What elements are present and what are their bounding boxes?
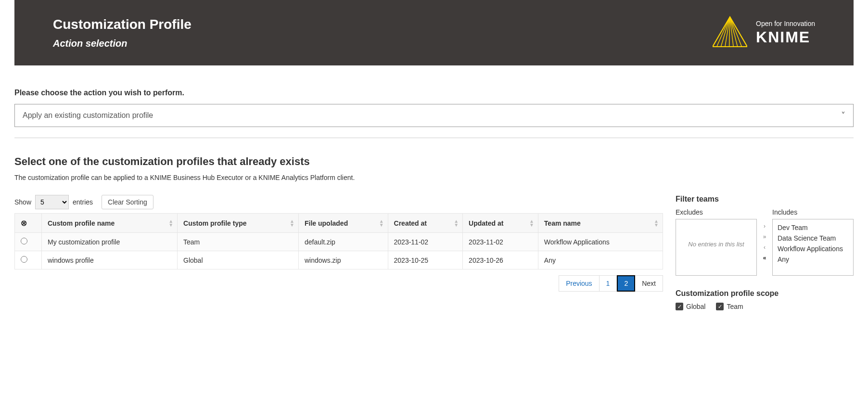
list-item[interactable]: Workflow Applications [777,243,849,254]
excludes-empty-text: No entries in this list [680,222,753,248]
action-select-value: Apply an existing customization profile [23,111,153,120]
col-profile-type[interactable]: Custom profile type▲▼ [178,214,299,233]
action-select[interactable]: Apply an existing customization profile … [14,104,854,127]
scope-global-label: Global [686,303,705,310]
col-team-name[interactable]: Team name▲▼ [538,214,663,233]
cell-updated: 2023-10-26 [463,251,538,269]
cell-created: 2023-11-02 [388,233,463,251]
list-item[interactable]: Any [777,254,849,265]
action-prompt-label: Please choose the action you wish to per… [14,89,854,97]
checkbox-checked-icon: ✓ [716,303,724,310]
excludes-list[interactable]: No entries in this list [676,219,757,276]
clear-sorting-button[interactable]: Clear Sorting [102,195,153,209]
svg-line-6 [730,17,738,47]
move-right-icon[interactable]: › [760,222,769,230]
scope-team-label: Team [727,303,743,310]
sort-icon: ▲▼ [654,219,659,227]
cell-type: Global [178,251,299,269]
col-profile-name[interactable]: Custom profile name▲▼ [42,214,178,233]
svg-line-2 [721,17,730,47]
table-row[interactable]: My customization profile Team default.zi… [15,233,663,251]
show-label: Show [14,198,31,206]
brand-text: Open for Innovation KNIME [756,20,815,46]
row-select-radio[interactable] [21,256,27,263]
brand-name: KNIME [756,28,815,46]
crosshair-icon: ⊗ [21,219,27,227]
brand-tagline: Open for Innovation [756,20,815,27]
list-item[interactable]: Data Science Team [777,233,849,243]
cell-type: Team [178,233,299,251]
cell-name: My customization profile [42,233,178,251]
cell-name: windows profile [42,251,178,269]
includes-list[interactable]: Dev Team Data Science Team Workflow Appl… [772,219,854,276]
col-created-at[interactable]: Created at▲▼ [388,214,463,233]
table-row[interactable]: windows profile Global windows.zip 2023-… [15,251,663,269]
table-controls: Show 5 entries Clear Sorting [14,195,663,209]
pager-page-1[interactable]: 1 [600,275,617,292]
filter-teams-title: Filter teams [676,195,854,204]
page-title: Customization Profile [53,17,191,32]
page-subtitle: Action selection [53,38,191,49]
brand: Open for Innovation KNIME [713,14,815,51]
pager-previous[interactable]: Previous [559,275,599,292]
pagination: Previous 1 2 Next [14,275,663,292]
pager-page-2[interactable]: 2 [617,275,635,292]
knime-logo-icon [713,14,747,51]
scope-title: Customization profile scope [676,289,854,298]
pager-next[interactable]: Next [635,275,663,292]
checkbox-checked-icon: ✓ [676,303,683,310]
sort-icon: ▲▼ [290,219,294,227]
section-desc: The customization profile can be applied… [14,174,854,181]
divider [14,138,854,138]
scope-team[interactable]: ✓ Team [716,303,743,310]
transfer-controls: › » ‹ « [760,208,769,276]
row-select-radio[interactable] [21,238,27,244]
section-title: Select one of the customization profiles… [14,155,854,168]
col-updated-at[interactable]: Updated at▲▼ [463,214,538,233]
sort-icon: ▲▼ [454,219,459,227]
chevron-down-icon: ˅ [841,110,845,121]
sort-icon: ▲▼ [168,219,173,227]
list-item[interactable]: Dev Team [777,222,849,233]
col-file-uploaded[interactable]: File upoladed▲▼ [298,214,388,233]
cell-team: Workflow Applications [538,233,663,251]
header-left: Customization Profile Action selection [53,17,191,49]
move-all-right-icon[interactable]: » [760,232,769,241]
move-all-left-icon[interactable]: « [760,254,769,262]
sort-icon: ▲▼ [379,219,384,227]
profiles-table: ⊗ Custom profile name▲▼ Custom profile t… [14,213,663,269]
cell-file: windows.zip [298,251,388,269]
entries-label: entries [73,198,93,206]
select-column-header: ⊗ [15,214,42,233]
cell-created: 2023-10-25 [388,251,463,269]
sort-icon: ▲▼ [529,219,534,227]
cell-file: default.zip [298,233,388,251]
excludes-label: Excludes [676,208,757,216]
cell-updated: 2023-11-02 [463,233,538,251]
scope-global[interactable]: ✓ Global [676,303,705,310]
page-size-select[interactable]: 5 [35,195,69,209]
cell-team: Any [538,251,663,269]
header-bar: Customization Profile Action selection O… [14,0,854,65]
svg-line-1 [717,17,730,47]
move-left-icon[interactable]: ‹ [760,243,769,252]
includes-label: Includes [772,208,854,216]
